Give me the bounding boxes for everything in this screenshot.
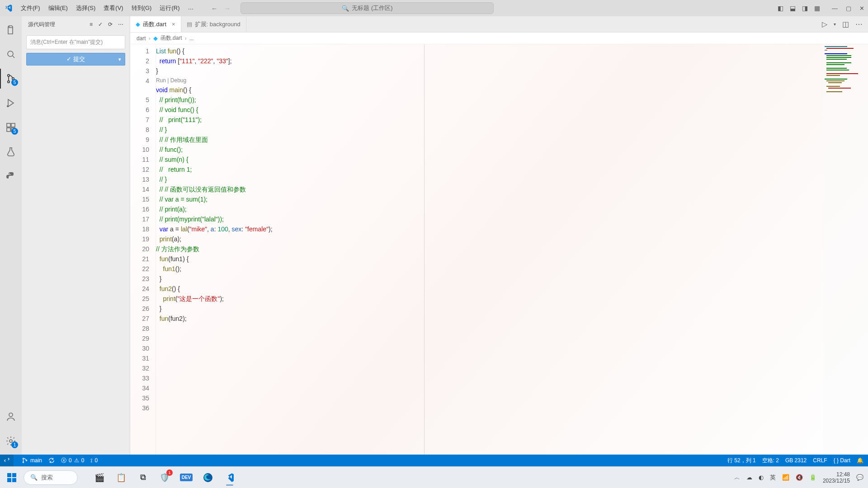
status-language-mode[interactable]: { } Dart bbox=[834, 457, 850, 464]
nav-back-icon[interactable]: ← bbox=[211, 5, 217, 12]
command-center[interactable]: 🔍 无标题 (工作区) bbox=[241, 2, 494, 14]
svg-rect-23 bbox=[826, 75, 840, 76]
tab-active-file[interactable]: ◆ 函数.dart × bbox=[130, 16, 181, 32]
svg-rect-35 bbox=[7, 478, 11, 482]
taskbar-app-vscode[interactable] bbox=[221, 469, 239, 487]
tray-notifications-icon[interactable]: 💬 bbox=[856, 474, 863, 481]
svg-rect-16 bbox=[826, 57, 851, 58]
taskbar-search[interactable]: 🔍 搜索 bbox=[24, 470, 78, 485]
status-indentation[interactable]: 空格: 2 bbox=[762, 457, 779, 465]
nav-forward-icon[interactable]: → bbox=[224, 5, 231, 12]
activity-explorer[interactable] bbox=[0, 20, 22, 40]
tray-onedrive-icon[interactable]: ☁ bbox=[746, 474, 752, 481]
activity-python[interactable] bbox=[0, 166, 22, 186]
taskbar-app-edge[interactable] bbox=[199, 469, 217, 487]
svg-rect-28 bbox=[828, 88, 851, 89]
maximize-icon[interactable]: ▢ bbox=[846, 5, 851, 12]
tab-close-icon[interactable]: × bbox=[172, 21, 175, 28]
menu-go[interactable]: 转到(G) bbox=[128, 2, 156, 14]
menu-selection[interactable]: 选择(S) bbox=[72, 2, 99, 14]
activity-extensions[interactable]: 5 bbox=[0, 117, 22, 137]
chevron-down-icon[interactable]: ▾ bbox=[118, 56, 121, 62]
run-dropdown-icon[interactable]: ▾ bbox=[834, 22, 836, 27]
status-eol[interactable]: CRLF bbox=[813, 457, 827, 464]
activity-run-debug[interactable] bbox=[0, 93, 22, 113]
svg-rect-7 bbox=[7, 128, 10, 131]
status-cursor-position[interactable]: 行 52，列 1 bbox=[727, 457, 756, 465]
svg-point-2 bbox=[8, 81, 10, 83]
svg-point-0 bbox=[8, 51, 13, 56]
more-actions-icon[interactable]: ⋯ bbox=[118, 21, 123, 28]
warning-icon: ⚠ bbox=[74, 457, 79, 464]
menu-edit[interactable]: 编辑(E) bbox=[45, 2, 71, 14]
activity-source-control[interactable]: 5 bbox=[0, 69, 22, 89]
close-icon[interactable]: ✕ bbox=[859, 5, 864, 12]
view-as-tree-icon[interactable]: ≡ bbox=[90, 21, 93, 28]
svg-rect-22 bbox=[826, 73, 858, 74]
tray-ime[interactable]: 英 bbox=[770, 474, 776, 482]
line-number-gutter[interactable]: 1234567891011121314151617181920212223242… bbox=[130, 44, 156, 455]
more-editor-actions-icon[interactable]: ⋯ bbox=[855, 20, 863, 28]
commit-button-label: ✓ 提交 bbox=[66, 55, 85, 63]
tray-volume-icon[interactable]: 🔇 bbox=[796, 474, 803, 481]
minimize-icon[interactable]: — bbox=[832, 5, 838, 12]
toggle-panel-icon[interactable]: ⬓ bbox=[790, 5, 796, 12]
svg-rect-13 bbox=[825, 50, 827, 51]
tab-extension[interactable]: ▤ 扩展: background bbox=[181, 16, 246, 32]
taskbar-app-dev[interactable]: DEV bbox=[177, 469, 195, 487]
taskbar-app-notes[interactable]: 📋 bbox=[112, 469, 130, 487]
refresh-icon[interactable]: ⟳ bbox=[108, 21, 113, 28]
editor-area: ◆ 函数.dart × ▤ 扩展: background ▷ ▾ ◫ ⋯ dar… bbox=[130, 16, 868, 455]
tray-battery-icon[interactable]: 🔋 bbox=[809, 474, 816, 481]
toggle-secondary-sidebar-icon[interactable]: ◨ bbox=[802, 5, 808, 12]
tray-clock[interactable]: 12:48 2023/12/15 bbox=[823, 471, 850, 484]
tray-app-icon[interactable]: ◐ bbox=[759, 474, 764, 481]
scm-badge: 5 bbox=[11, 79, 18, 86]
menu-run[interactable]: 运行(R) bbox=[156, 2, 183, 14]
svg-point-4 bbox=[7, 106, 8, 107]
breadcrumb-symbol[interactable]: ... bbox=[189, 35, 194, 42]
taskbar-app-security[interactable]: 🛡️1 bbox=[156, 469, 174, 487]
toggle-primary-sidebar-icon[interactable]: ◧ bbox=[778, 5, 783, 12]
status-encoding[interactable]: GB 2312 bbox=[785, 457, 807, 464]
command-center-text: 无标题 (工作区) bbox=[352, 4, 392, 12]
breadcrumbs[interactable]: dart › ◆ 函数.dart › ... bbox=[130, 33, 868, 44]
search-icon: 🔍 bbox=[30, 474, 38, 481]
activity-testing[interactable] bbox=[0, 142, 22, 162]
commit-button[interactable]: ✓ 提交 ▾ bbox=[26, 53, 125, 66]
code-content[interactable]: List fun() { return ["111", "222", "33"]… bbox=[156, 44, 868, 455]
menu-file[interactable]: 文件(F) bbox=[17, 2, 44, 14]
status-branch[interactable]: main bbox=[22, 457, 42, 464]
svg-rect-36 bbox=[12, 478, 16, 482]
breadcrumb-file[interactable]: 函数.dart bbox=[160, 34, 182, 42]
breadcrumb-folder[interactable]: dart bbox=[137, 35, 146, 42]
taskbar-app-taskview[interactable]: ⧉ bbox=[134, 469, 152, 487]
commit-action-icon[interactable]: ✓ bbox=[98, 21, 103, 28]
status-ports[interactable]: ⟟0 bbox=[90, 457, 98, 464]
commit-message-input[interactable]: 消息(Ctrl+Enter 在"main"提交) bbox=[26, 35, 125, 49]
scm-sidebar: 源代码管理 ≡ ✓ ⟳ ⋯ 消息(Ctrl+Enter 在"main"提交) ✓… bbox=[22, 16, 130, 455]
status-sync[interactable] bbox=[48, 457, 55, 464]
status-notifications-icon[interactable]: 🔔 bbox=[857, 457, 863, 464]
menu-more[interactable]: … bbox=[184, 2, 197, 14]
run-file-icon[interactable]: ▷ bbox=[822, 20, 827, 28]
editor-body[interactable]: 1234567891011121314151617181920212223242… bbox=[130, 44, 868, 455]
layout-controls: ◧ ⬓ ◨ ▦ bbox=[778, 5, 820, 12]
minimap[interactable] bbox=[823, 44, 868, 455]
activity-search[interactable] bbox=[0, 44, 22, 64]
customize-layout-icon[interactable]: ▦ bbox=[814, 5, 820, 12]
status-problems[interactable]: ⓧ0 ⚠0 bbox=[61, 457, 84, 465]
activity-settings[interactable]: 1 bbox=[0, 431, 22, 451]
split-editor-icon[interactable]: ◫ bbox=[842, 20, 849, 28]
navigation-arrows: ← → bbox=[211, 5, 231, 12]
svg-rect-34 bbox=[12, 473, 16, 477]
svg-rect-5 bbox=[7, 123, 10, 127]
activity-accounts[interactable] bbox=[0, 407, 22, 427]
taskbar-app-video[interactable]: 🎬 bbox=[90, 469, 108, 487]
start-button[interactable] bbox=[5, 470, 19, 485]
vscode-icon bbox=[4, 3, 14, 13]
tray-wifi-icon[interactable]: 📶 bbox=[782, 474, 789, 481]
remote-indicator[interactable] bbox=[0, 455, 14, 466]
menu-view[interactable]: 查看(V) bbox=[100, 2, 127, 14]
tray-chevron-icon[interactable]: ︿ bbox=[734, 474, 740, 482]
